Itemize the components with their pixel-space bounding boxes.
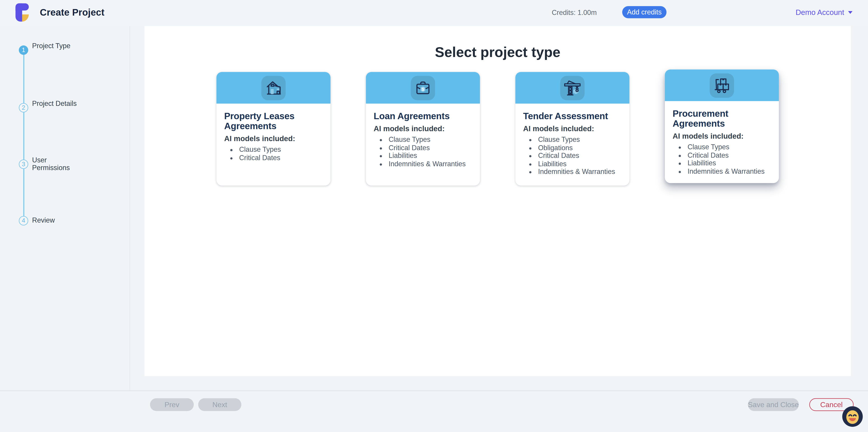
card-title: Loan Agreements	[374, 111, 472, 121]
ai-model-item: Critical Dates	[686, 151, 771, 160]
briefcase-dollar-icon: $	[411, 76, 435, 100]
trolley-icon	[710, 73, 734, 97]
step-number: 4	[22, 217, 25, 224]
chevron-down-icon	[848, 11, 852, 14]
step-label-project-type: Project Type	[32, 42, 83, 50]
project-type-card-procurement-agreements[interactable]: Procurement Agreements AI models include…	[665, 69, 779, 183]
ai-models-list: Clause Types Critical Dates Liabilities …	[673, 143, 771, 175]
card-header-banner	[665, 69, 779, 101]
footer-divider	[0, 391, 868, 391]
card-header-banner	[217, 72, 331, 104]
project-type-card-tender-assessment[interactable]: Tender Assessment AI models included: Cl…	[515, 72, 629, 185]
svg-text:$: $	[422, 87, 424, 91]
page-title: Create Project	[40, 7, 104, 18]
crane-icon	[560, 76, 585, 100]
prev-button[interactable]: Prev	[150, 398, 194, 411]
ai-models-label: AI models included:	[523, 125, 622, 133]
account-menu-label: Demo Account	[796, 8, 844, 17]
project-type-card-loan-agreements[interactable]: $ Loan Agreements AI models included: Cl…	[366, 72, 480, 185]
ai-models-list: Clause Types Critical Dates	[224, 146, 323, 162]
step-label-review: Review	[32, 217, 83, 224]
ai-models-label: AI models included:	[374, 125, 472, 133]
logo-shape	[22, 15, 29, 22]
sidebar-divider	[129, 26, 130, 391]
ai-model-item: Indemnities & Warranties	[537, 168, 622, 176]
ai-model-item: Liabilities	[686, 160, 771, 168]
brand-logo	[16, 3, 29, 22]
project-type-card-property-leases[interactable]: Property Leases Agreements AI models inc…	[217, 72, 331, 185]
ai-model-item: Critical Dates	[537, 152, 622, 160]
ai-models-list: Clause Types Critical Dates Liabilities …	[374, 136, 472, 168]
ai-model-item: Critical Dates	[238, 154, 323, 162]
stepper-step-project-type[interactable]: 1	[19, 45, 28, 55]
ai-model-item: Liabilities	[388, 152, 472, 160]
chat-widget-smiley-icon[interactable]	[842, 406, 863, 427]
stepper-connector-line	[23, 50, 24, 220]
stepper-step-user-permissions[interactable]: 3	[19, 159, 28, 169]
ai-model-item: Clause Types	[686, 143, 771, 151]
ai-models-label: AI models included:	[673, 132, 771, 140]
step-number: 3	[22, 161, 25, 167]
credits-balance-label: Credits: 1.00m	[552, 9, 597, 17]
ai-model-item: Critical Dates	[388, 144, 472, 152]
card-body: Procurement Agreements AI models include…	[665, 101, 779, 175]
house-icon	[261, 76, 286, 100]
logo-shape	[16, 3, 29, 11]
card-body: Property Leases Agreements AI models inc…	[217, 104, 331, 162]
ai-model-item: Clause Types	[388, 136, 472, 144]
step-number: 1	[22, 47, 25, 53]
ai-models-label: AI models included:	[224, 135, 323, 143]
ai-models-list: Clause Types Obligations Critical Dates …	[523, 136, 622, 176]
card-title: Tender Assessment	[523, 111, 622, 121]
stepper-step-review[interactable]: 4	[19, 216, 28, 225]
next-button[interactable]: Next	[198, 398, 241, 411]
card-header-banner: $	[366, 72, 480, 104]
ai-model-item: Indemnities & Warranties	[388, 160, 472, 168]
create-project-window: Create Project Credits: 1.00m Add credit…	[0, 0, 868, 432]
stepper-step-project-details[interactable]: 2	[19, 103, 28, 112]
step-label-user-permissions: User Permissions	[32, 156, 83, 172]
top-header: Create Project Credits: 1.00m Add credit…	[0, 0, 868, 26]
ai-model-item: Indemnities & Warranties	[686, 167, 771, 175]
save-and-close-button[interactable]: Save and Close	[748, 398, 799, 411]
step-label-project-details: Project Details	[32, 100, 83, 108]
card-body: Loan Agreements AI models included: Clau…	[366, 104, 480, 168]
account-menu[interactable]: Demo Account	[796, 8, 852, 17]
step-number: 2	[22, 104, 25, 111]
add-credits-button[interactable]: Add credits	[622, 6, 666, 18]
card-title: Procurement Agreements	[673, 108, 771, 128]
card-body: Tender Assessment AI models included: Cl…	[515, 104, 629, 176]
card-header-banner	[515, 72, 629, 104]
project-type-cards-row: Property Leases Agreements AI models inc…	[145, 72, 851, 185]
select-project-type-heading: Select project type	[145, 44, 851, 60]
ai-model-item: Clause Types	[238, 146, 323, 154]
ai-model-item: Liabilities	[537, 160, 622, 168]
card-title: Property Leases Agreements	[224, 111, 323, 131]
ai-model-item: Obligations	[537, 144, 622, 152]
ai-model-item: Clause Types	[537, 136, 622, 144]
